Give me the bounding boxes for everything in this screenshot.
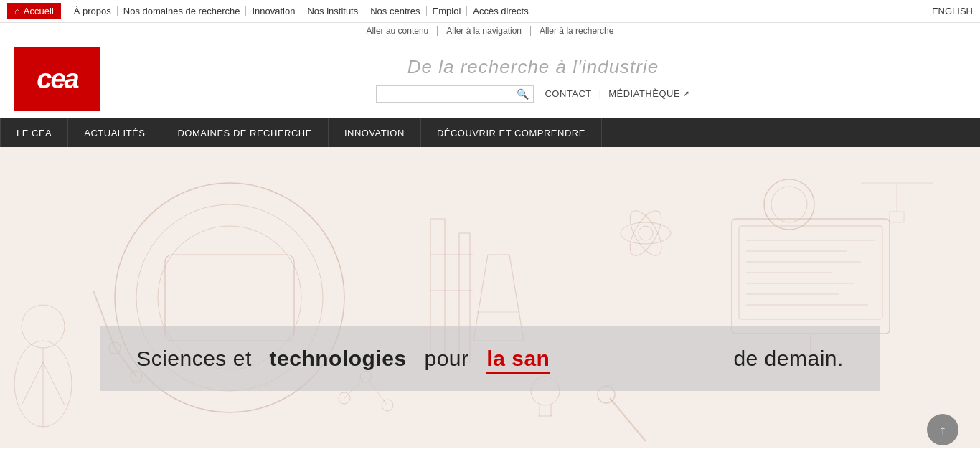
- top-navigation: ⌂ Accueil À propos Nos domaines de reche…: [0, 0, 980, 23]
- hero-text-pour: pour: [424, 346, 468, 371]
- mediatheque-label: MÉDIATHÈQUE: [608, 88, 680, 99]
- svg-point-39: [624, 206, 668, 260]
- main-nav-domaines[interactable]: DOMAINES DE RECHERCHE: [161, 118, 328, 147]
- hero-text-bold: technologies: [270, 346, 407, 371]
- hero-text-pre: Sciences et: [136, 346, 252, 371]
- top-nav-item-innovation[interactable]: Innovation: [246, 6, 301, 16]
- svg-rect-11: [732, 219, 890, 334]
- svg-line-47: [610, 398, 646, 441]
- access-navigation[interactable]: Aller à la navigation: [438, 26, 531, 36]
- top-nav-item-emploi[interactable]: Emploi: [427, 6, 468, 16]
- home-button[interactable]: ⌂ Accueil: [7, 3, 61, 19]
- main-nav-actualites[interactable]: ACTUALITÉS: [68, 118, 161, 147]
- home-label: Accueil: [24, 6, 54, 16]
- header-tagline: De la recherche à l'industrie: [407, 56, 659, 78]
- access-recherche[interactable]: Aller à la recherche: [531, 26, 622, 36]
- top-nav-item-centres[interactable]: Nos centres: [364, 6, 426, 16]
- hero-text-highlight: la san: [486, 346, 550, 371]
- top-nav-item-domaines[interactable]: Nos domaines de recherche: [118, 6, 247, 16]
- site-header: cea De la recherche à l'industrie 🔍 CONT…: [0, 39, 980, 118]
- top-nav-item-instituts[interactable]: Nos instituts: [301, 6, 364, 16]
- svg-rect-46: [890, 212, 904, 222]
- search-input[interactable]: [381, 88, 517, 99]
- access-contenu[interactable]: Aller au contenu: [358, 26, 438, 36]
- access-bar: Aller au contenu Aller à la navigation A…: [0, 23, 980, 39]
- search-box: 🔍: [376, 85, 534, 103]
- external-link-icon: ➚: [683, 89, 690, 98]
- hero-text-post: de demain.: [733, 346, 843, 371]
- header-center: De la recherche à l'industrie 🔍 CONTACT …: [100, 56, 966, 103]
- separator: |: [599, 88, 601, 99]
- svg-point-38: [624, 206, 668, 260]
- logo-text: cea: [37, 64, 77, 95]
- top-nav-item-acces[interactable]: Accès directs: [467, 6, 534, 16]
- top-nav-items: À propos Nos domaines de recherche Innov…: [68, 6, 932, 16]
- main-navigation: LE CEA ACTUALITÉS DOMAINES DE RECHERCHE …: [0, 118, 980, 147]
- top-nav-item-apropos[interactable]: À propos: [68, 6, 118, 16]
- scroll-top-icon: ↑: [939, 422, 946, 438]
- main-nav-le-cea[interactable]: LE CEA: [0, 118, 68, 147]
- search-row: 🔍 CONTACT | MÉDIATHÈQUE ➚: [376, 85, 689, 103]
- english-link[interactable]: ENGLISH: [932, 6, 973, 16]
- contact-link[interactable]: CONTACT: [545, 88, 591, 99]
- hero-content: Sciences et technologies pour la san de …: [0, 326, 980, 391]
- svg-point-36: [639, 226, 653, 240]
- scroll-to-top-button[interactable]: ↑: [927, 414, 958, 445]
- header-links: CONTACT | MÉDIATHÈQUE ➚: [545, 88, 689, 99]
- hero-illustration: [0, 147, 980, 448]
- cea-logo[interactable]: cea: [14, 47, 100, 111]
- svg-point-10: [771, 187, 807, 222]
- main-nav-innovation[interactable]: INNOVATION: [329, 118, 421, 147]
- main-nav-decouvrir[interactable]: DÉCOUVRIR ET COMPRENDRE: [421, 118, 602, 147]
- search-icon[interactable]: 🔍: [517, 88, 529, 100]
- hero-section: Sciences et technologies pour la san de …: [0, 147, 980, 448]
- home-icon: ⌂: [14, 6, 20, 16]
- mediatheque-link[interactable]: MÉDIATHÈQUE ➚: [608, 88, 689, 99]
- hero-text-box: Sciences et technologies pour la san de …: [100, 326, 880, 391]
